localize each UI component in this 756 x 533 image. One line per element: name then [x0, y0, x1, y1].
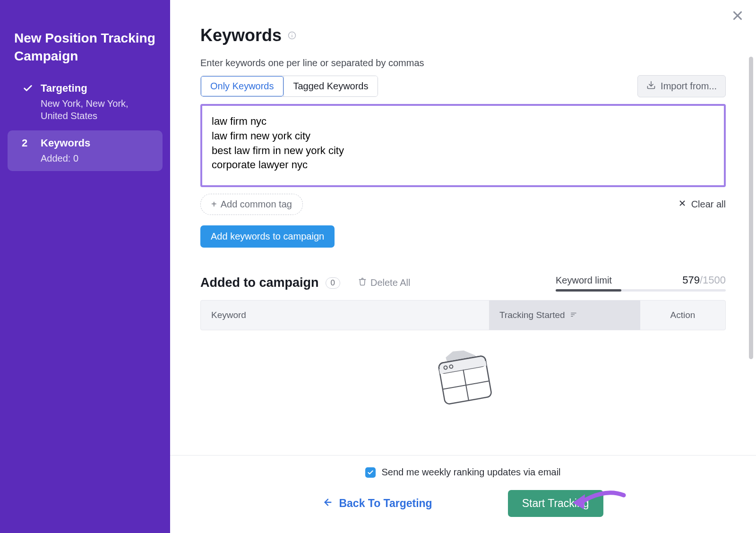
sort-icon	[570, 310, 577, 320]
svg-point-16	[449, 365, 453, 369]
hint-text: Enter keywords one per line or separated…	[200, 58, 726, 69]
step-targeting-label: Targeting	[41, 82, 87, 95]
back-label: Back To Targeting	[339, 497, 432, 510]
keywords-textarea[interactable]	[200, 104, 726, 187]
keywords-table-header: Keyword Tracking Started Action	[200, 300, 726, 330]
tab-tagged-keywords[interactable]: Tagged Keywords	[284, 76, 378, 96]
added-count-badge: 0	[326, 277, 340, 289]
keyword-limit-bar	[556, 289, 726, 292]
import-from-label: Import from...	[661, 81, 717, 92]
page-title: Keywords	[200, 26, 726, 45]
close-icon	[678, 199, 687, 210]
sidebar-title: New Position Tracking Campaign	[0, 12, 170, 74]
arrow-left-icon	[323, 497, 333, 510]
footer-bar: Send me weekly ranking updates via email…	[170, 455, 756, 533]
svg-marker-20	[573, 494, 585, 509]
download-icon	[646, 80, 656, 92]
clear-all-label: Clear all	[691, 199, 726, 210]
col-action: Action	[640, 301, 725, 330]
col-tracking-started[interactable]: Tracking Started	[489, 301, 640, 330]
plus-icon: +	[211, 199, 217, 210]
add-common-tag-label: Add common tag	[221, 199, 292, 210]
keyword-limit-max: /1500	[700, 274, 726, 286]
scrollbar[interactable]	[749, 57, 753, 359]
step-targeting-sub: New York, New York, United States	[22, 97, 152, 122]
add-common-tag-button[interactable]: + Add common tag	[200, 194, 303, 215]
step-keywords-sub: Added: 0	[22, 152, 152, 164]
email-updates-label: Send me weekly ranking updates via email	[381, 467, 560, 478]
import-from-button[interactable]: Import from...	[637, 75, 726, 97]
email-updates-checkbox[interactable]	[365, 467, 376, 478]
keyword-limit-used: 579	[682, 274, 700, 286]
wizard-sidebar: New Position Tracking Campaign Targeting…	[0, 0, 170, 533]
keyword-limit-block: Keyword limit 579/1500	[556, 274, 726, 292]
delete-all-label: Delete All	[370, 277, 411, 288]
delete-all-button[interactable]: Delete All	[358, 277, 411, 289]
tab-only-keywords[interactable]: Only Keywords	[201, 76, 284, 96]
col-tracking-label: Tracking Started	[499, 310, 565, 320]
added-to-campaign-title: Added to campaign	[200, 275, 319, 290]
annotation-arrow-icon	[572, 489, 628, 519]
add-keywords-button[interactable]: Add keywords to campaign	[200, 225, 335, 248]
col-keyword: Keyword	[201, 301, 489, 330]
step-targeting[interactable]: Targeting New York, New York, United Sta…	[8, 76, 163, 129]
email-updates-row[interactable]: Send me weekly ranking updates via email	[365, 467, 560, 478]
check-icon	[22, 82, 34, 95]
svg-point-4	[292, 34, 292, 34]
info-icon[interactable]	[287, 31, 297, 40]
step-keywords-label: Keywords	[41, 137, 90, 149]
main-panel: Keywords Enter keywords one per line or …	[170, 0, 756, 533]
keyword-limit-bar-fill	[556, 289, 621, 292]
trash-icon	[358, 277, 367, 289]
svg-point-15	[444, 366, 447, 370]
clear-all-button[interactable]: Clear all	[678, 199, 726, 210]
step-keywords[interactable]: 2 Keywords Added: 0	[8, 130, 163, 171]
empty-state-illustration	[200, 330, 726, 415]
page-title-text: Keywords	[200, 26, 282, 45]
keyword-limit-label: Keyword limit	[556, 275, 612, 286]
step-number: 2	[22, 137, 34, 149]
keyword-mode-segmented: Only Keywords Tagged Keywords	[200, 76, 378, 97]
back-to-targeting-link[interactable]: Back To Targeting	[323, 497, 432, 510]
